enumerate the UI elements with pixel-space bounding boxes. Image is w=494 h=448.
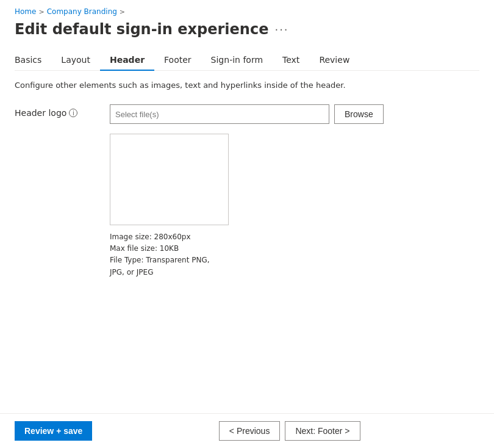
breadcrumb-sep-1: > [38, 8, 44, 16]
image-max-file-text: Max file size: 10KB [110, 243, 479, 255]
page-title: Edit default sign-in experience [15, 21, 268, 38]
file-input[interactable] [110, 104, 329, 124]
section-description: Configure other elements such as images,… [15, 81, 479, 90]
image-preview-box [110, 134, 229, 225]
tab-layout[interactable]: Layout [51, 50, 100, 71]
next-button[interactable]: Next: Footer > [285, 421, 360, 441]
image-preview-area: Image size: 280x60px Max file size: 10KB… [110, 134, 479, 278]
header-logo-label-area: Header logo i [15, 104, 100, 118]
tab-basics[interactable]: Basics [15, 50, 51, 71]
tab-text[interactable]: Text [273, 50, 309, 71]
info-icon[interactable]: i [69, 109, 77, 117]
tab-header[interactable]: Header [100, 50, 154, 71]
tab-review[interactable]: Review [309, 50, 359, 71]
review-save-button[interactable]: Review + save [15, 421, 92, 441]
breadcrumb-home[interactable]: Home [15, 7, 36, 16]
more-options-icon[interactable]: ··· [274, 23, 288, 36]
page-title-area: Edit default sign-in experience ··· [15, 21, 479, 38]
header-logo-section: Header logo i Browse [15, 104, 479, 124]
tab-footer[interactable]: Footer [154, 50, 201, 71]
footer-nav: < Previous Next: Footer > [219, 421, 360, 441]
breadcrumb-company-branding[interactable]: Company Branding [47, 7, 117, 16]
footer-bar: Review + save < Previous Next: Footer > [0, 413, 494, 448]
browse-button[interactable]: Browse [334, 104, 384, 124]
header-logo-label: Header logo [15, 108, 66, 118]
image-info: Image size: 280x60px Max file size: 10KB… [110, 231, 479, 278]
previous-button[interactable]: < Previous [219, 421, 281, 441]
breadcrumb: Home > Company Branding > [15, 7, 479, 16]
image-file-type-text: File Type: Transparent PNG, [110, 255, 479, 266]
tab-bar: Basics Layout Header Footer Sign-in form… [15, 50, 479, 71]
image-size-text: Image size: 280x60px [110, 231, 479, 243]
image-file-type2-text: JPG, or JPEG [110, 267, 479, 278]
tab-sign-in-form[interactable]: Sign-in form [201, 50, 273, 71]
breadcrumb-sep-2: > [120, 8, 125, 16]
file-input-group: Browse [110, 104, 384, 124]
